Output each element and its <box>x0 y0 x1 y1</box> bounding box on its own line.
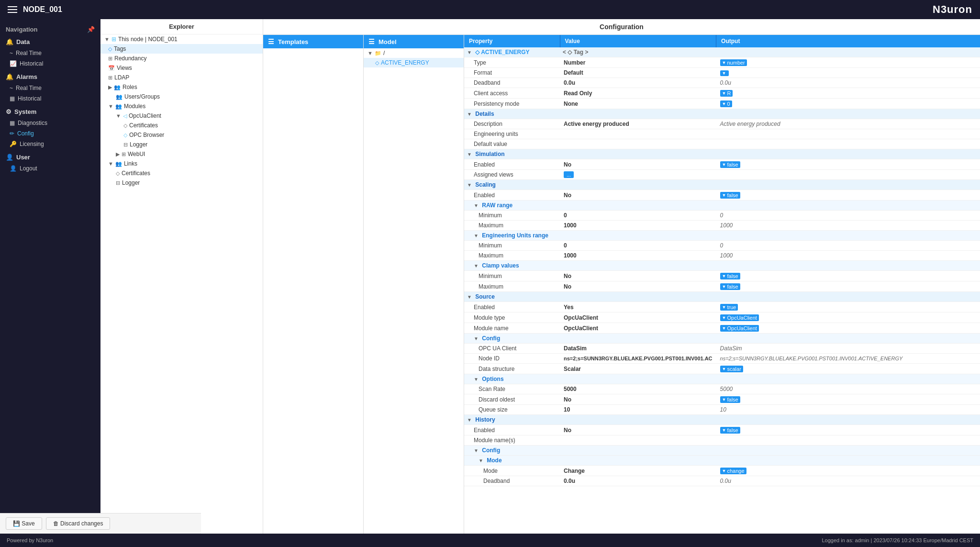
prop-name-cell: Description <box>464 119 560 129</box>
chevron-down-icon: ▼ <box>104 36 110 42</box>
dropdown-output[interactable]: ▼ true <box>720 304 738 311</box>
subsection-row: ▼ Config <box>464 446 980 456</box>
prop-value-cell: OpcUaClient <box>560 313 716 323</box>
sidebar-item-historical-data[interactable]: 📈 Historical <box>0 58 100 69</box>
dropdown-output[interactable]: ▼ OpcUaClient <box>720 325 759 332</box>
tree-item-roles[interactable]: ▶ 👥 Roles <box>100 82 263 92</box>
tree-item-certificates-links[interactable]: ◇ Certificates <box>100 168 263 178</box>
tag-row-output <box>716 47 980 57</box>
views-icon: 📅 <box>108 65 115 71</box>
dropdown-output[interactable]: ▼ false <box>720 161 740 168</box>
sidebar-item-logout[interactable]: 👤 Logout <box>0 163 100 174</box>
dropdown-output[interactable]: ▼ false <box>720 396 740 403</box>
col-output: Output <box>716 35 980 47</box>
prop-name-cell: Minimum <box>464 241 560 251</box>
sidebar-group-alarms-title[interactable]: 🔔 Alarms <box>0 71 100 83</box>
tree-node-label: This node | NODE_001 <box>118 36 178 43</box>
prop-value: No <box>564 273 571 279</box>
assigned-views-btn[interactable]: ... <box>564 171 574 178</box>
tree-item-certificates[interactable]: ◇ Certificates <box>100 121 263 130</box>
tree-item-redundancy[interactable]: ⊞ Redundancy <box>100 54 263 63</box>
section-row: ▼ Scaling <box>464 180 980 190</box>
dropdown-output[interactable]: ▼ scalar <box>720 366 743 372</box>
model-menu-icon[interactable]: ☰ <box>368 38 375 45</box>
dropdown-output[interactable]: ▼ <box>720 70 729 76</box>
prop-output-cell: 0.0u <box>716 78 980 88</box>
model-root-item[interactable]: ▼ 📁 / <box>364 48 464 58</box>
prop-value-cell: No <box>560 394 716 405</box>
dropdown-output[interactable]: ▼ OpcUaClient <box>720 314 759 321</box>
sidebar-item-realtime-data[interactable]: ~ Real Time <box>0 48 100 58</box>
subsection-row: ▼ RAW range <box>464 201 980 211</box>
sidebar-group-user: 👤 User 👤 Logout <box>0 151 100 174</box>
tree-item-opcuaclient-label: OpcUaClient <box>129 112 161 119</box>
topbar-title: NODE_001 <box>23 5 62 14</box>
sidebar-item-historical-alarms[interactable]: ▦ Historical <box>0 93 100 104</box>
tree-item-views[interactable]: 📅 Views <box>100 63 263 73</box>
tree-item-logger-links-label: Logger <box>122 179 140 186</box>
prop-output: 0 <box>720 242 724 249</box>
powered-by: Powered by N3uron <box>7 537 53 543</box>
dropdown-output[interactable]: ▼ false <box>720 192 740 199</box>
prop-name-cell: Default value <box>464 139 560 149</box>
tree-item-webui[interactable]: ▶ ⊞ WebUI <box>100 149 263 159</box>
prop-name-cell: Enabled <box>464 302 560 313</box>
links-expand-icon: ▼ <box>108 161 113 167</box>
templates-menu-icon[interactable]: ☰ <box>268 38 274 45</box>
tree-item-opcuaclient[interactable]: ▼ ◁ OpcUaClient <box>100 111 263 121</box>
logger-links-icon: ⊟ <box>116 180 120 186</box>
sidebar-item-config[interactable]: ✏ Config <box>0 128 100 139</box>
prop-name-cell: Deadband <box>464 78 560 88</box>
dropdown-output[interactable]: ▼ change <box>720 468 746 474</box>
tree-item-links[interactable]: ▼ 👥 Links <box>100 159 263 168</box>
sidebar-item-licensing[interactable]: 🔑 Licensing <box>0 139 100 149</box>
realtime-icon: ~ <box>10 50 13 56</box>
tree-item-links-label: Links <box>124 160 137 167</box>
prop-output-cell: ▼ OpcUaClient <box>716 313 980 323</box>
config-header: Configuration <box>263 19 980 35</box>
dropdown-output[interactable]: ▼ false <box>720 427 740 434</box>
prop-value-cell: None <box>560 99 716 109</box>
roles-group-icon: 👥 <box>114 84 121 90</box>
prop-output-cell: Active energy produced <box>716 119 980 129</box>
model-root-folder-icon: 📁 <box>375 50 381 56</box>
model-active-energy-item[interactable]: ◇ ACTIVE_ENERGY <box>364 58 464 67</box>
prop-value: Read Only <box>564 90 592 97</box>
dropdown-output[interactable]: ▼ 0 <box>720 100 732 107</box>
users-groups-icon: 👥 <box>116 94 122 100</box>
prop-value: None <box>564 100 578 107</box>
prop-output-cell: ▼ false <box>716 281 980 292</box>
dropdown-output[interactable]: ▼ number <box>720 59 747 66</box>
dropdown-output[interactable]: ▼ false <box>720 273 740 279</box>
tree-item-users-groups[interactable]: 👥 Users/Groups <box>100 92 263 101</box>
pin-icon[interactable]: 📌 <box>87 26 95 33</box>
prop-value-cell <box>560 435 716 446</box>
tree-item-certificates-label: Certificates <box>129 122 158 129</box>
tree-item-modules[interactable]: ▼ 👥 Modules <box>100 101 263 111</box>
sidebar-item-realtime-alarms[interactable]: ~ Real Time <box>0 83 100 93</box>
prop-value-cell: No <box>560 271 716 281</box>
sidebar-group-data-title[interactable]: 🔔 Data <box>0 36 100 48</box>
tree-item-views-label: Views <box>117 65 132 71</box>
prop-value-cell: 10 <box>560 405 716 415</box>
tree-item-logger-links[interactable]: ⊟ Logger <box>100 178 263 188</box>
sidebar-item-diagnostics[interactable]: ▦ Diagnostics <box>0 118 100 128</box>
prop-value: Active energy produced <box>564 121 629 127</box>
topbar: NODE_001 N3uron <box>0 0 980 19</box>
tree-item-tags[interactable]: ◇ Tags <box>100 44 263 54</box>
tree-node-root[interactable]: ▼ ⊞ This node | NODE_001 <box>100 34 263 44</box>
prop-output-cell: ▼ false <box>716 159 980 170</box>
tree-item-logger-opc[interactable]: ⊟ Logger <box>100 140 263 149</box>
dropdown-output[interactable]: ▼ R <box>720 90 733 97</box>
prop-value-cell: No <box>560 159 716 170</box>
tree-item-ldap[interactable]: ⊞ LDAP <box>100 73 263 82</box>
tree-item-opc-browser[interactable]: ◇ OPC Browser <box>100 130 263 140</box>
main-layout: Navigation 📌 🔔 Data ~ Real Time 📈 Histor… <box>0 19 980 534</box>
tree-item-logger-opc-label: Logger <box>130 141 147 148</box>
sidebar-group-system-title[interactable]: ⚙ System <box>0 106 100 118</box>
hamburger-menu[interactable] <box>8 6 17 13</box>
properties-panel: Property Value Output ▼ ◇ ACTIVE_ENERGY … <box>464 35 980 534</box>
dropdown-output[interactable]: ▼ false <box>720 283 740 290</box>
sidebar-group-user-title[interactable]: 👤 User <box>0 151 100 163</box>
certs-icon: ◇ <box>123 123 127 129</box>
